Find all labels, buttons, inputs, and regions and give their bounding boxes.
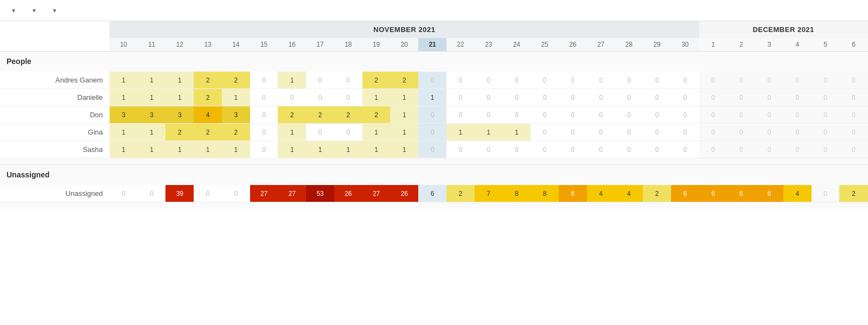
cell-unassigned-nov-12[interactable]: 39	[165, 185, 194, 202]
cell-sasha-nov-16[interactable]: 1	[278, 141, 306, 158]
cell-danielle-nov-17[interactable]: 0	[306, 89, 334, 106]
cell-danielle-nov-23[interactable]: 0	[475, 89, 503, 106]
cell-sasha-dec-1[interactable]: 0	[699, 141, 727, 158]
cell-danielle-dec-5[interactable]: 0	[812, 89, 840, 106]
cell-danielle-nov-22[interactable]: 0	[446, 89, 475, 106]
cell-sasha-nov-15[interactable]: 0	[250, 141, 278, 158]
cell-sasha-nov-14[interactable]: 1	[222, 141, 250, 158]
cell-danielle-nov-28[interactable]: 0	[615, 89, 643, 106]
cell-don-nov-16[interactable]: 2	[278, 106, 306, 124]
cell-danielle-dec-4[interactable]: 0	[783, 89, 812, 106]
cell-unassigned-nov-24[interactable]: 8	[502, 185, 531, 202]
cell-gina-nov-19[interactable]: 1	[362, 124, 391, 141]
cell-andres-ganem-dec-1[interactable]: 0	[699, 72, 727, 89]
cell-don-nov-14[interactable]: 3	[222, 106, 250, 124]
cell-andres-ganem-dec-6[interactable]: 0	[839, 72, 867, 89]
cell-danielle-nov-16[interactable]: 0	[278, 89, 306, 106]
cell-danielle-dec-6[interactable]: 0	[839, 89, 867, 106]
cell-don-nov-12[interactable]: 3	[165, 106, 194, 124]
cell-gina-nov-13[interactable]: 2	[194, 124, 222, 141]
cell-don-nov-20[interactable]: 1	[390, 106, 418, 124]
cell-gina-nov-12[interactable]: 2	[165, 124, 194, 141]
number-of-tasks-button[interactable]: ▼	[7, 7, 18, 15]
cell-sasha-nov-11[interactable]: 1	[138, 141, 166, 158]
cell-unassigned-nov-25[interactable]: 8	[531, 185, 559, 202]
cell-andres-ganem-nov-29[interactable]: 0	[643, 72, 671, 89]
cell-sasha-nov-29[interactable]: 0	[643, 141, 671, 158]
cell-unassigned-dec-5[interactable]: 0	[812, 185, 840, 202]
cell-danielle-nov-20[interactable]: 1	[390, 89, 418, 106]
cell-unassigned-nov-19[interactable]: 27	[362, 185, 391, 202]
cell-andres-ganem-nov-18[interactable]: 0	[334, 72, 362, 89]
cell-gina-nov-20[interactable]: 1	[390, 124, 418, 141]
cell-unassigned-nov-28[interactable]: 4	[615, 185, 643, 202]
cell-sasha-dec-5[interactable]: 0	[812, 141, 840, 158]
cell-andres-ganem-dec-5[interactable]: 0	[812, 72, 840, 89]
cell-sasha-nov-27[interactable]: 0	[587, 141, 615, 158]
cell-sasha-dec-2[interactable]: 0	[727, 141, 755, 158]
cell-gina-nov-27[interactable]: 0	[587, 124, 615, 141]
cell-sasha-nov-24[interactable]: 0	[502, 141, 531, 158]
cell-unassigned-dec-3[interactable]: 6	[755, 185, 783, 202]
cell-andres-ganem-nov-26[interactable]: 0	[559, 72, 587, 89]
cell-sasha-nov-25[interactable]: 0	[531, 141, 559, 158]
cell-sasha-nov-22[interactable]: 0	[446, 141, 475, 158]
cell-gina-nov-24[interactable]: 1	[502, 124, 531, 141]
cell-gina-nov-10[interactable]: 1	[110, 124, 138, 141]
cell-gina-nov-18[interactable]: 0	[334, 124, 362, 141]
cell-gina-nov-26[interactable]: 0	[559, 124, 587, 141]
cell-gina-nov-17[interactable]: 0	[306, 124, 334, 141]
cell-don-nov-11[interactable]: 3	[138, 106, 166, 124]
cell-gina-dec-5[interactable]: 0	[812, 124, 840, 141]
cell-gina-nov-30[interactable]: 0	[671, 124, 699, 141]
cell-unassigned-nov-30[interactable]: 6	[671, 185, 699, 202]
cell-danielle-nov-13[interactable]: 2	[194, 89, 222, 106]
cell-danielle-nov-19[interactable]: 1	[362, 89, 391, 106]
cell-unassigned-dec-2[interactable]: 6	[727, 185, 755, 202]
cell-sasha-nov-26[interactable]: 0	[559, 141, 587, 158]
cell-don-nov-21[interactable]: 0	[418, 106, 446, 124]
cell-don-nov-27[interactable]: 0	[587, 106, 615, 124]
cell-unassigned-dec-6[interactable]: 2	[839, 185, 867, 202]
cell-don-dec-4[interactable]: 0	[783, 106, 812, 124]
cell-danielle-nov-18[interactable]: 0	[334, 89, 362, 106]
cell-danielle-dec-2[interactable]: 0	[727, 89, 755, 106]
cell-don-nov-26[interactable]: 0	[559, 106, 587, 124]
cell-unassigned-nov-11[interactable]: 0	[138, 185, 166, 202]
cell-don-nov-15[interactable]: 0	[250, 106, 278, 124]
cell-unassigned-nov-27[interactable]: 4	[587, 185, 615, 202]
cell-andres-ganem-nov-24[interactable]: 0	[502, 72, 531, 89]
cell-sasha-nov-21[interactable]: 0	[418, 141, 446, 158]
cell-don-nov-24[interactable]: 0	[502, 106, 531, 124]
cell-gina-nov-28[interactable]: 0	[615, 124, 643, 141]
cell-sasha-dec-4[interactable]: 0	[783, 141, 812, 158]
cell-gina-nov-11[interactable]: 1	[138, 124, 166, 141]
cell-unassigned-nov-22[interactable]: 2	[446, 185, 475, 202]
cell-don-nov-28[interactable]: 0	[615, 106, 643, 124]
cell-don-nov-30[interactable]: 0	[671, 106, 699, 124]
cell-andres-ganem-dec-4[interactable]: 0	[783, 72, 812, 89]
cell-don-nov-10[interactable]: 3	[110, 106, 138, 124]
cell-gina-nov-23[interactable]: 1	[475, 124, 503, 141]
cell-unassigned-nov-26[interactable]: 6	[559, 185, 587, 202]
cell-danielle-dec-1[interactable]: 0	[699, 89, 727, 106]
cell-andres-ganem-nov-15[interactable]: 0	[250, 72, 278, 89]
cell-andres-ganem-dec-2[interactable]: 0	[727, 72, 755, 89]
cell-don-nov-29[interactable]: 0	[643, 106, 671, 124]
cell-don-nov-13[interactable]: 4	[194, 106, 222, 124]
cell-andres-ganem-nov-21[interactable]: 0	[418, 72, 446, 89]
cell-danielle-nov-25[interactable]: 0	[531, 89, 559, 106]
cell-andres-ganem-nov-16[interactable]: 1	[278, 72, 306, 89]
cell-gina-nov-22[interactable]: 1	[446, 124, 475, 141]
cell-andres-ganem-nov-20[interactable]: 2	[390, 72, 418, 89]
cell-gina-nov-29[interactable]: 0	[643, 124, 671, 141]
cell-danielle-nov-27[interactable]: 0	[587, 89, 615, 106]
cell-don-nov-17[interactable]: 2	[306, 106, 334, 124]
cell-andres-ganem-nov-11[interactable]: 1	[138, 72, 166, 89]
cell-andres-ganem-nov-19[interactable]: 2	[362, 72, 391, 89]
cell-danielle-nov-15[interactable]: 0	[250, 89, 278, 106]
cell-unassigned-nov-29[interactable]: 2	[643, 185, 671, 202]
cell-sasha-dec-3[interactable]: 0	[755, 141, 783, 158]
cell-danielle-nov-10[interactable]: 1	[110, 89, 138, 106]
cell-danielle-dec-3[interactable]: 0	[755, 89, 783, 106]
